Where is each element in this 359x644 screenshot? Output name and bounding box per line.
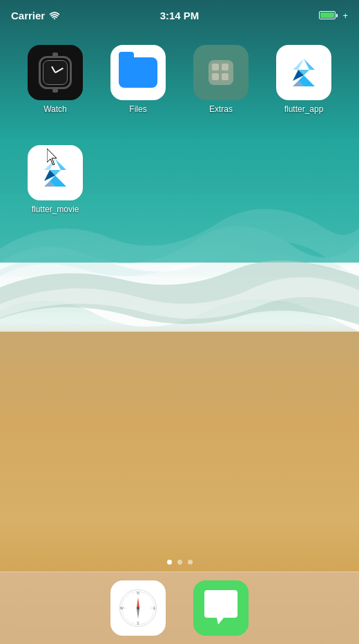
status-carrier-wifi: Carrier <box>11 10 60 21</box>
flutter-movie-icon-bg <box>28 145 83 200</box>
app-files[interactable]: Files <box>97 45 180 114</box>
flutter-app-label: flutter_app <box>284 104 324 114</box>
watch-circle <box>39 56 72 89</box>
extras-inner <box>208 60 233 85</box>
svg-point-4 <box>54 18 55 19</box>
battery-body <box>319 11 336 19</box>
svg-rect-7 <box>212 73 219 80</box>
svg-text:W: W <box>120 607 124 610</box>
page-dots <box>0 560 359 565</box>
app-grid-row2: flutter_movie <box>0 145 359 214</box>
app-extras[interactable]: Extras <box>180 45 262 114</box>
battery-tip <box>336 14 338 17</box>
svg-rect-6 <box>222 64 229 70</box>
watch-minute-hand <box>55 68 64 73</box>
flutter-movie-label: flutter_movie <box>32 205 79 214</box>
extras-grid-icon <box>211 62 231 83</box>
status-time: 3:14 PM <box>160 10 200 21</box>
svg-marker-9 <box>304 59 315 70</box>
dock: N S E W <box>0 571 359 644</box>
svg-point-34 <box>137 607 139 609</box>
files-icon-bg <box>110 45 166 100</box>
dock-messages[interactable] <box>193 580 249 636</box>
page-dot-2[interactable] <box>177 560 182 565</box>
watch-icon-bg <box>28 45 83 100</box>
extras-icon-bg <box>193 45 249 100</box>
svg-marker-15 <box>55 159 66 170</box>
battery-fill <box>320 12 334 18</box>
app-flutter-app[interactable]: flutter_app <box>262 45 345 114</box>
files-label: Files <box>129 104 146 114</box>
safari-icon-bg: N S E W <box>110 580 166 636</box>
battery-plus: + <box>342 10 348 21</box>
watch-face <box>43 60 68 85</box>
svg-marker-10 <box>293 59 304 70</box>
flutter-movie-logo <box>36 153 75 192</box>
battery-indicator <box>319 11 338 19</box>
files-folder <box>119 57 157 88</box>
svg-rect-5 <box>212 64 219 70</box>
status-bar: Carrier 3:14 PM + <box>0 0 359 30</box>
app-watch[interactable]: Watch <box>14 45 97 114</box>
flutter-app-logo <box>284 53 323 92</box>
flutter-app-icon-bg <box>276 45 331 100</box>
page-dot-3[interactable] <box>188 560 193 565</box>
app-grid-row1: Watch Files Extras <box>0 38 359 121</box>
page-dot-1[interactable] <box>167 560 172 565</box>
safari-compass-icon: N S E W <box>119 589 157 627</box>
dock-safari[interactable]: N S E W <box>110 580 166 636</box>
svg-marker-16 <box>44 159 55 170</box>
status-battery: + <box>319 10 348 21</box>
messages-bubble-icon <box>193 580 249 636</box>
svg-rect-8 <box>222 73 229 80</box>
app-flutter-movie[interactable]: flutter_movie <box>14 145 97 214</box>
watch-label: Watch <box>43 104 67 114</box>
messages-icon-bg <box>193 580 249 636</box>
wifi-icon <box>49 11 60 19</box>
carrier-label: Carrier <box>11 10 45 21</box>
extras-label: Extras <box>209 104 233 114</box>
